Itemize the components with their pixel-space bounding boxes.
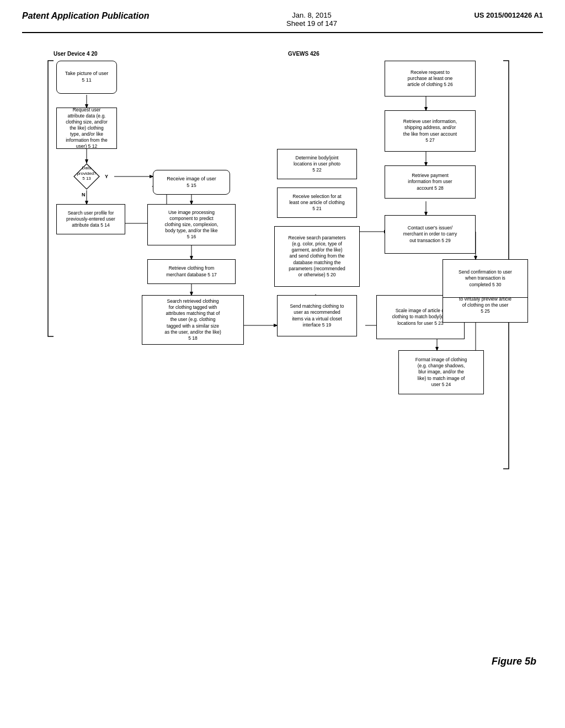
box-529: Contact user's issuer/ merchant in order… xyxy=(385,215,476,254)
box-521: Receive selection for at least one artic… xyxy=(277,188,357,218)
publication-title: Patent Application Publication xyxy=(22,11,150,21)
box-515: Receive image of user 5 15 xyxy=(153,170,230,195)
box-522: Determine body/joint locations in user p… xyxy=(277,149,357,179)
header-center: Jan. 8, 2015 Sheet 19 of 147 xyxy=(286,11,337,28)
page-header: Patent Application Publication Jan. 8, 2… xyxy=(22,11,543,33)
user-device-label: User Device 4 20 xyxy=(54,51,98,57)
diamond-513: Data provided?5 13 xyxy=(73,163,100,190)
box-514: Search user profile for previously-enter… xyxy=(56,204,125,234)
box-519: Send matching clothing to user as recomm… xyxy=(277,295,357,336)
date: Jan. 8, 2015 xyxy=(286,11,337,19)
box-530: Send confirmation to user when transacti… xyxy=(443,259,528,298)
box-517: Retrieve clothing from merchant database… xyxy=(147,259,236,284)
figure-label: Figure 5b xyxy=(492,656,536,667)
box-511: Take picture of user 5 11 xyxy=(56,61,117,94)
box-512: Request user attribute data (e.g. clothi… xyxy=(56,108,117,149)
n-label: N xyxy=(82,192,86,197)
diagram-area: User Device 4 20 GVEWS 426 Take picture … xyxy=(23,44,542,678)
box-524: Format image of clothing (e.g. change sh… xyxy=(398,350,484,394)
patent-number: US 2015/0012426 A1 xyxy=(474,11,543,19)
box-527: Retrieve user information, shipping addr… xyxy=(385,110,476,152)
box-520: Receive search parameters (e.g. color, p… xyxy=(274,226,360,287)
gvews-label: GVEWS 426 xyxy=(288,51,319,57)
box-518: Search retrieved clothing for clothing t… xyxy=(142,295,244,345)
y-label: Y xyxy=(105,174,108,179)
page: Patent Application Publication Jan. 8, 2… xyxy=(0,0,565,728)
sheet-info: Sheet 19 of 147 xyxy=(286,19,337,28)
box-516: Use image processing component to predic… xyxy=(147,204,236,245)
box-526: Receive request to purchase at least one… xyxy=(385,61,476,97)
box-528: Retrieve payment information from user a… xyxy=(385,165,476,199)
